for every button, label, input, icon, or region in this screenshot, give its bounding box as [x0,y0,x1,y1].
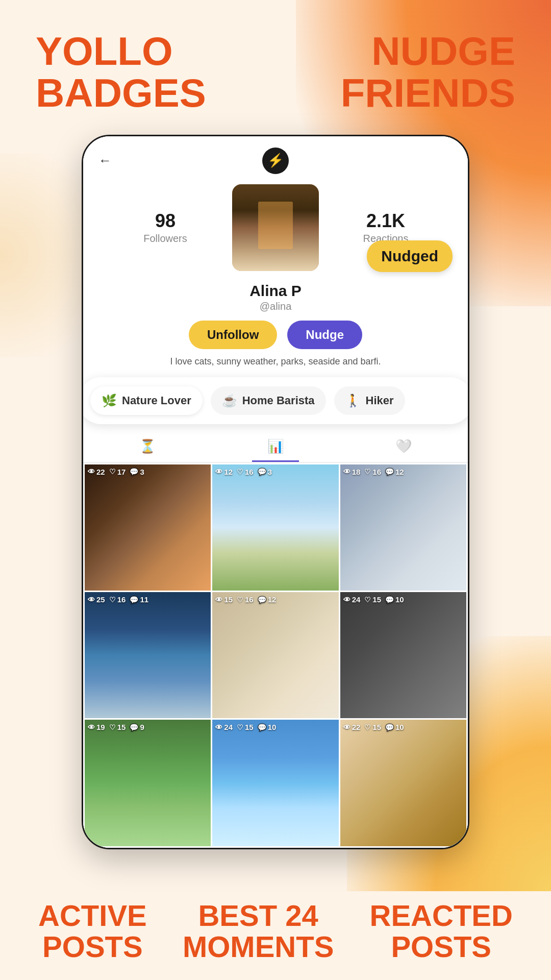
avatar [232,184,319,271]
top-labels: YOLLO BADGES NUDGE FRIENDS [0,0,551,135]
tab-best-moments[interactable]: 📊 [252,432,299,462]
badge-home-barista-label: Home Barista [242,394,315,407]
badge-nature-lover[interactable]: 🌿 Nature Lover [90,386,203,415]
photo-8 [212,720,338,846]
photo-cell-7[interactable]: 👁19 ♡15 💬9 [85,720,211,846]
followers-label: Followers [98,233,232,244]
action-buttons: Unfollow Nudge [189,321,362,349]
photo-cell-3[interactable]: 👁18 ♡16 💬12 [340,464,466,591]
bottom-reacted-posts: REACTED POSTS [370,900,513,963]
photo-1 [85,464,211,591]
profile-name: Alina P [249,282,302,300]
photo-grid: 👁22 ♡17 💬3 👁12 ♡16 💬3 [83,463,468,848]
photo-9 [340,720,466,846]
phone-screen: ← ⚡ Nudged 98 Followers [83,136,468,848]
heart-icon: 🤍 [395,438,412,454]
home-barista-icon: ☕ [222,394,237,408]
photo-6 [340,592,466,718]
top-right-label: NUDGE FRIENDS [341,31,515,114]
bio-text: I love cats, sunny weather, parks, seasi… [160,356,391,367]
hourglass-icon: ⏳ [139,438,156,454]
reactions-count: 2.1K [319,210,453,232]
photo-cell-5[interactable]: 👁15 ♡16 💬12 [212,592,338,718]
top-left-label: YOLLO BADGES [36,31,206,114]
chart-icon: 📊 [267,438,284,454]
badge-hiker-label: Hiker [366,394,394,407]
photo-cell-1[interactable]: 👁22 ♡17 💬3 [85,464,211,591]
photo-7-stats: 👁19 ♡15 💬9 [88,723,208,731]
bottom-best-moments: BEST 24 MOMENTS [183,900,334,963]
photo-8-stats: 👁24 ♡15 💬10 [215,723,335,731]
photo-cell-9[interactable]: 👁22 ♡15 💬10 [340,720,466,846]
photo-5 [212,592,338,718]
photo-1-stats: 👁22 ♡17 💬3 [88,468,208,476]
photo-3 [340,464,466,591]
lightning-icon: ⚡ [267,153,284,168]
followers-count: 98 [98,210,232,232]
profile-section: Nudged 98 Followers 2.1K Reactions [83,179,468,377]
profile-handle: @alina [260,301,292,312]
badge-nature-lover-label: Nature Lover [122,394,191,407]
reactions-stat: 2.1K Reactions [319,210,453,244]
photo-cell-4[interactable]: 👁25 ♡16 💬11 [85,592,211,718]
photo-4 [85,592,211,718]
photo-9-stats: 👁22 ♡15 💬10 [343,723,463,731]
avatar-photo [232,184,319,271]
tab-active-posts[interactable]: ⏳ [124,432,171,462]
photo-4-stats: 👁25 ♡16 💬11 [88,595,208,604]
nudge-button[interactable]: Nudge [287,321,362,349]
nature-lover-icon: 🌿 [102,394,117,408]
photo-5-stats: 👁15 ♡16 💬12 [215,595,335,604]
badge-hiker[interactable]: 🚶 Hiker [334,386,405,415]
tabs-row: ⏳ 📊 🤍 [83,424,468,463]
back-button[interactable]: ← [98,153,112,168]
unfollow-button[interactable]: Unfollow [189,321,277,349]
badges-container: 🌿 Nature Lover ☕ Home Barista 🚶 Hiker [83,377,468,424]
photo-cell-2[interactable]: 👁12 ♡16 💬3 [212,464,338,591]
hiker-icon: 🚶 [345,394,361,408]
app-logo: ⚡ [262,148,289,174]
photo-cell-8[interactable]: 👁24 ♡15 💬10 [212,720,338,846]
followers-stat: 98 Followers [98,210,232,244]
photo-2-stats: 👁12 ♡16 💬3 [215,468,335,476]
phone-topbar: ← ⚡ [83,136,468,179]
photo-7 [85,720,211,846]
nudged-bubble: Nudged [367,240,453,272]
badge-home-barista[interactable]: ☕ Home Barista [211,386,326,415]
photo-3-stats: 👁18 ♡16 💬12 [343,468,463,476]
phone-container: ← ⚡ Nudged 98 Followers [0,135,551,849]
photo-6-stats: 👁24 ♡15 💬10 [343,595,463,604]
photo-2 [212,464,338,591]
photo-cell-6[interactable]: 👁24 ♡15 💬10 [340,592,466,718]
phone-mockup: ← ⚡ Nudged 98 Followers [82,135,469,849]
tab-reacted-posts[interactable]: 🤍 [380,432,427,462]
bottom-active-posts: ACTIVE POSTS [38,900,147,963]
bottom-labels: ACTIVE POSTS BEST 24 MOMENTS REACTED POS… [0,875,551,980]
